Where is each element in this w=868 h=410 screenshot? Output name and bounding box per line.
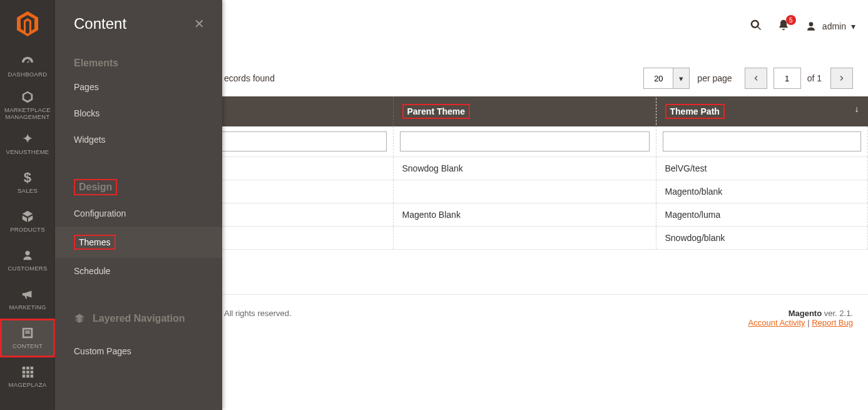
next-page-button[interactable]	[830, 68, 853, 89]
th-parent-theme[interactable]: Parent Theme	[393, 96, 656, 126]
section-design: Design	[55, 169, 222, 200]
rail-sales[interactable]: $ SALES	[0, 163, 55, 202]
rail-dashboard[interactable]: DASHBOARD	[0, 47, 55, 86]
section-layered-nav[interactable]: Layered Navigation	[55, 303, 222, 329]
hex-icon	[21, 90, 34, 104]
user-menu[interactable]: admin ▾	[805, 20, 855, 33]
records-found: ecords found	[224, 73, 275, 83]
section-elements: Elements	[55, 48, 222, 74]
content-icon	[21, 326, 34, 340]
rail-customers[interactable]: CUSTOMERS	[0, 241, 55, 280]
sort-indicator-desc-icon: ↓	[855, 104, 859, 114]
link-widgets[interactable]: Widgets	[55, 126, 222, 153]
rail-products[interactable]: PRODUCTS	[0, 202, 55, 241]
link-configuration[interactable]: Configuration	[55, 200, 222, 227]
user-icon	[805, 20, 817, 33]
search-icon	[750, 19, 762, 31]
rail-label: SALES	[18, 187, 38, 194]
link-schedule[interactable]: Schedule	[55, 258, 222, 284]
close-icon[interactable]: ✕	[194, 16, 205, 31]
filter-input-parent[interactable]	[400, 131, 650, 151]
footer-version: ver. 2.1.	[822, 309, 853, 318]
per-page-label: per page	[697, 73, 732, 83]
link-account-activity[interactable]: Account Activity	[748, 318, 805, 327]
copyright: All rights reserved.	[224, 309, 292, 318]
rail-venustheme[interactable]: ✦ VENUSTHEME	[0, 125, 55, 163]
spark-icon: ✦	[21, 132, 34, 146]
content-flyout: Content ✕ Elements Pages Blocks Widgets …	[55, 0, 222, 410]
link-blocks[interactable]: Blocks	[55, 100, 222, 126]
rail-label: CUSTOMERS	[8, 265, 47, 272]
chevron-right-icon	[838, 74, 845, 82]
rail-label: MARKETING	[9, 304, 46, 310]
rail-mageplaza[interactable]: MAGEPLAZA	[0, 357, 55, 396]
gauge-icon	[21, 54, 34, 68]
rail-label: DASHBOARD	[8, 71, 48, 78]
rail-label: MAGEPLAZA	[9, 381, 47, 388]
rail-label: PRODUCTS	[10, 226, 45, 233]
chevron-down-icon: ▾	[851, 21, 855, 31]
page-of: of 1	[807, 73, 822, 83]
notifications-button[interactable]: 5	[777, 19, 790, 33]
cube-icon	[21, 210, 34, 223]
grid-icon	[21, 365, 34, 379]
rail-content[interactable]: CONTENT	[0, 319, 55, 357]
rail-label: MARKETPLACE MANAGEMENT	[0, 106, 55, 121]
th-theme-path[interactable]: Theme Path↓	[656, 96, 868, 126]
user-name: admin	[822, 21, 846, 31]
page-input[interactable]	[774, 68, 801, 89]
per-page-dropdown[interactable]: ▾	[673, 68, 690, 89]
rail-marketing[interactable]: MARKETING	[0, 280, 55, 319]
notif-count: 5	[786, 15, 796, 25]
link-pages[interactable]: Pages	[55, 74, 222, 100]
link-report-bug[interactable]: Report Bug	[812, 318, 853, 327]
user-icon	[21, 249, 34, 262]
prev-page-button[interactable]	[745, 68, 767, 89]
search-button[interactable]	[750, 19, 762, 33]
footer-brand: Magento	[789, 309, 822, 318]
link-themes[interactable]: Themes	[55, 227, 222, 258]
admin-rail: DASHBOARD MARKETPLACE MANAGEMENT ✦ VENUS…	[0, 0, 55, 410]
flyout-title: Content	[74, 15, 126, 33]
chevron-left-icon	[752, 74, 760, 82]
topbar: 5 admin ▾	[750, 19, 855, 33]
dollar-icon: $	[21, 171, 34, 185]
layered-icon	[74, 313, 85, 324]
magento-logo[interactable]	[0, 0, 55, 47]
per-page-input[interactable]	[643, 68, 673, 89]
filter-input-path[interactable]	[663, 131, 862, 151]
rail-marketplace[interactable]: MARKETPLACE MANAGEMENT	[0, 86, 55, 125]
rail-label: VENUSTHEME	[6, 148, 49, 155]
rail-label: CONTENT	[13, 342, 43, 349]
megaphone-icon	[21, 287, 34, 301]
link-custom-pages[interactable]: Custom Pages	[55, 338, 222, 364]
